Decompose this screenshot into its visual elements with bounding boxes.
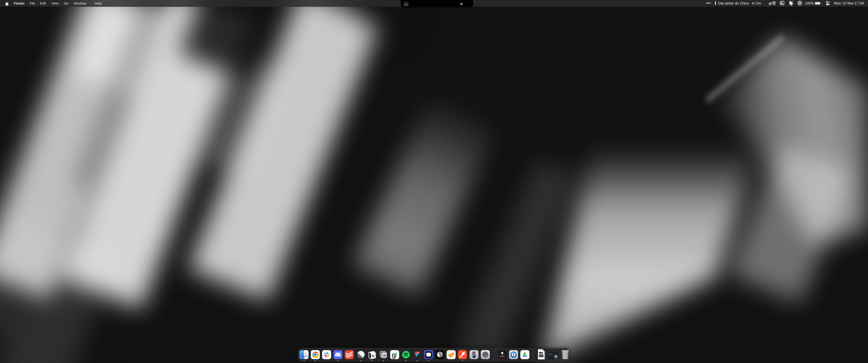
svg-text:10: 10 xyxy=(382,354,385,357)
svg-text:g: g xyxy=(392,351,396,359)
svg-text:11: 11 xyxy=(555,356,557,357)
svg-text:N: N xyxy=(372,354,375,358)
svg-text:raycast: raycast xyxy=(500,356,504,357)
